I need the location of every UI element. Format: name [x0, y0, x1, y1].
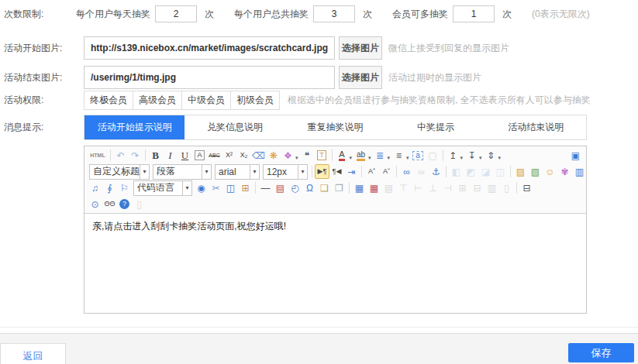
- toolbar-separator: [332, 149, 333, 161]
- insert-image-icon[interactable]: ▨: [513, 164, 528, 179]
- google-map-icon[interactable]: ◉: [194, 180, 209, 195]
- highlight-color-icon[interactable]: ab: [353, 148, 368, 163]
- font-family-select-caret-icon[interactable]: ▾: [250, 165, 259, 179]
- font-size-down-icon[interactable]: Aˇ: [379, 164, 394, 179]
- para-space-before-caret-icon[interactable]: ▾: [460, 155, 464, 161]
- daily-draw-input[interactable]: [155, 5, 197, 22]
- help-icon[interactable]: ?: [117, 197, 132, 211]
- superscript-icon[interactable]: X²: [222, 148, 236, 163]
- find-replace-icon[interactable]: ΘΘ: [102, 197, 117, 211]
- undo-icon[interactable]: ↶: [113, 148, 128, 163]
- insert-frame-icon[interactable]: ◫: [223, 180, 238, 195]
- comment-icon[interactable]: ❏: [317, 180, 332, 195]
- attachment-icon[interactable]: ∮: [102, 180, 117, 195]
- screenshot-icon[interactable]: ✂: [209, 180, 223, 195]
- image-manager-icon[interactable]: ▧: [528, 164, 543, 179]
- anchor-inline-icon[interactable]: a: [411, 148, 426, 163]
- message-tab-1[interactable]: 兑奖信息说明: [185, 115, 285, 139]
- back-button[interactable]: 返回: [0, 343, 66, 364]
- ordered-list-caret-icon[interactable]: ▾: [388, 155, 391, 161]
- footer-bar: 返回 保存: [0, 333, 638, 364]
- save-button[interactable]: 保存: [568, 343, 634, 362]
- start-image-pick-button[interactable]: 选择图片: [339, 36, 382, 60]
- insert-table-icon[interactable]: ▦: [352, 180, 367, 195]
- font-color-caret-icon[interactable]: ▾: [350, 155, 353, 161]
- unordered-list-icon[interactable]: ≡: [391, 148, 406, 163]
- paragraph-select-caret-icon[interactable]: ▾: [202, 165, 211, 179]
- member-option-2[interactable]: 中级会员: [181, 91, 231, 110]
- strikethrough-icon[interactable]: ABC: [207, 148, 222, 163]
- start-image-hint: 微信上接受到回复的显示图片: [388, 42, 509, 55]
- html-source-icon[interactable]: HTML: [88, 148, 108, 163]
- delete-table-icon[interactable]: ▦: [367, 180, 381, 195]
- horizontal-rule-icon[interactable]: —: [258, 180, 273, 195]
- img-align-center-icon: ◫: [493, 164, 508, 179]
- anchor-icon[interactable]: ⚓: [429, 164, 443, 179]
- font-size-up-icon[interactable]: Aˆ: [364, 164, 379, 179]
- print-icon[interactable]: ⊟: [519, 180, 534, 195]
- font-size-select[interactable]: 12px▾: [263, 164, 308, 180]
- map-icon[interactable]: ⚐: [117, 180, 132, 195]
- para-space-after-icon[interactable]: ↧: [464, 148, 479, 163]
- message-tab-2[interactable]: 重复抽奖说明: [285, 115, 385, 139]
- underline-icon[interactable]: U: [178, 148, 192, 163]
- special-chars-icon[interactable]: Ω: [302, 180, 317, 195]
- redo-icon[interactable]: ↷: [128, 148, 143, 163]
- insert-video-icon[interactable]: ▥: [572, 164, 585, 179]
- end-image-hint: 活动过期时的显示图片: [388, 71, 481, 84]
- total-draw-input[interactable]: [313, 5, 355, 22]
- custom-title-select[interactable]: 自定义标题▾: [89, 164, 150, 180]
- paste-plain-icon[interactable]: T: [315, 148, 329, 163]
- end-image-pick-button[interactable]: 选择图片: [339, 66, 382, 89]
- subscript-icon[interactable]: X₂: [236, 148, 251, 163]
- rich-text-editor: HTML↶↷BIUAABCX²X₂⌫❋❖▾❝TA▾ab▾≣▾≡▾a▢↥▾↧▾⇕▾…: [84, 146, 587, 314]
- custom-title-select-caret-icon[interactable]: ▾: [140, 165, 149, 179]
- link-icon[interactable]: ∞: [399, 164, 414, 179]
- italic-icon[interactable]: I: [163, 148, 178, 163]
- font-family-select[interactable]: arial▾: [215, 164, 260, 180]
- format-brush-icon[interactable]: ❋: [266, 148, 281, 163]
- ltr-icon[interactable]: ▶¶: [315, 164, 329, 179]
- blockquote-icon[interactable]: ❝: [300, 148, 315, 163]
- ordered-list-icon[interactable]: ≣: [373, 148, 388, 163]
- time-icon[interactable]: ◴: [288, 180, 302, 195]
- note-icon[interactable]: ❐: [332, 180, 347, 195]
- music-icon[interactable]: ♫: [88, 180, 102, 195]
- preview-icon[interactable]: ⊙: [88, 197, 102, 211]
- message-tab-3[interactable]: 中奖提示: [385, 115, 485, 139]
- fullscreen-icon[interactable]: ▣: [568, 148, 583, 163]
- rtl-icon[interactable]: ¶◀: [329, 164, 344, 179]
- paragraph-select[interactable]: 段落▾: [153, 164, 212, 180]
- font-color-icon[interactable]: A: [335, 148, 350, 163]
- member-option-1[interactable]: 高级会员: [133, 91, 182, 110]
- date-icon[interactable]: ▤: [273, 180, 288, 195]
- highlight-color-caret-icon[interactable]: ▾: [368, 155, 371, 161]
- indent-icon[interactable]: ⇥: [344, 164, 359, 179]
- auto-typeset-caret-icon[interactable]: ▾: [295, 155, 298, 161]
- bold-icon[interactable]: B: [148, 148, 163, 163]
- member-extra-draw-input[interactable]: [453, 5, 495, 22]
- member-option-3[interactable]: 初级会员: [230, 91, 280, 110]
- line-height-icon[interactable]: ⇕: [484, 148, 498, 163]
- code-language-select[interactable]: 代码语言▾: [133, 180, 192, 196]
- total-draw-group: 每个用户总共抽奖 次: [234, 5, 372, 22]
- line-height-caret-icon[interactable]: ▾: [498, 155, 502, 161]
- unordered-list-caret-icon[interactable]: ▾: [406, 155, 409, 161]
- font-border-icon[interactable]: A: [192, 148, 207, 163]
- template-icon[interactable]: ⊞: [238, 180, 253, 195]
- end-image-url-input[interactable]: [84, 66, 335, 89]
- message-tab-0[interactable]: 活动开始提示说明: [84, 115, 185, 139]
- insert-col-icon: ⊢: [411, 180, 426, 195]
- emotion-icon[interactable]: ☺: [543, 164, 557, 179]
- message-tab-4[interactable]: 活动结束说明: [486, 115, 586, 139]
- code-language-select-caret-icon[interactable]: ▾: [182, 181, 191, 195]
- para-space-after-caret-icon[interactable]: ▾: [479, 155, 482, 161]
- font-size-select-caret-icon[interactable]: ▾: [298, 165, 307, 179]
- scrawl-icon[interactable]: ✾: [557, 164, 572, 179]
- start-image-url-input[interactable]: [84, 36, 335, 60]
- remove-format-icon[interactable]: ⌫: [251, 148, 266, 163]
- auto-typeset-icon[interactable]: ❖: [281, 148, 295, 163]
- editor-content[interactable]: 亲,请点击进入刮刮卡抽奖活动页面,祝您好运哦!: [84, 214, 586, 313]
- member-option-0[interactable]: 终极会员: [84, 91, 133, 110]
- para-space-before-icon[interactable]: ↥: [446, 148, 460, 163]
